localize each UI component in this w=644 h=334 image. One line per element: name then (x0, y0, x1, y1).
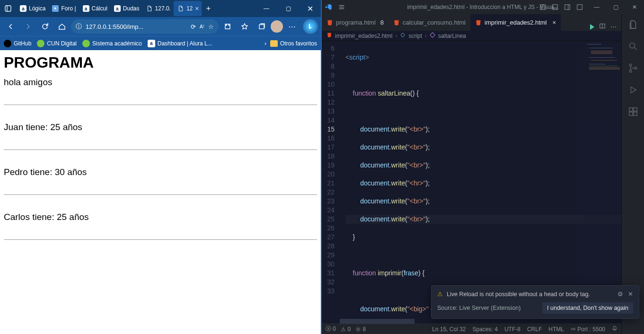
status-bar: ⓧ 0 ⚠ 0 8 Ln 15, Col 32 Spaces: 4 UTF-8 … (322, 324, 621, 334)
minimap[interactable] (583, 41, 621, 319)
notification-toast: ⚠ Live Reload is not possible without a … (431, 285, 639, 319)
crumb[interactable]: imprimir_edades2.html (335, 33, 392, 39)
tab-calcul[interactable]: aCálcul (79, 1, 110, 16)
browser-titlebar: aLógica ✦Foro | aCálcul aDudas 127.0. 12… (0, 0, 321, 17)
tab-actions-icon[interactable] (0, 0, 16, 17)
sync-icon[interactable]: ⟳ (191, 23, 196, 30)
close-button[interactable]: ✕ (625, 0, 644, 14)
search-icon[interactable] (626, 40, 640, 53)
live-server-port[interactable]: Port : 5500 (571, 326, 605, 333)
extensions-icon[interactable] (626, 105, 640, 118)
tab-label: Lógica (29, 5, 45, 12)
refresh-button[interactable] (37, 18, 53, 35)
run-button[interactable] (590, 24, 594, 30)
svg-rect-5 (577, 5, 582, 10)
crumb[interactable]: saltarLinea (438, 33, 466, 39)
read-aloud-icon[interactable]: A⁾ (200, 24, 204, 30)
explorer-icon[interactable] (626, 18, 640, 31)
tab-dudas[interactable]: aDudas (110, 1, 142, 16)
chevron-right-icon[interactable]: › (265, 40, 266, 47)
info-icon[interactable]: ⓘ (76, 22, 82, 31)
minimize-button[interactable]: — (587, 0, 606, 14)
layout-icon[interactable] (575, 2, 584, 12)
tab-logica[interactable]: aLógica (16, 1, 48, 16)
window-controls: — ▢ ✕ (587, 0, 644, 14)
warnings-count[interactable]: ⚠ 0 (341, 326, 351, 333)
bookmark-label: Dashboard | Alura L... (158, 40, 212, 47)
svg-point-9 (573, 328, 574, 330)
errors-count[interactable]: ⓧ 0 (326, 325, 336, 333)
layout-icon[interactable] (563, 2, 572, 12)
page-text: Juan tiene: 25 años (4, 122, 82, 132)
code-editor[interactable]: 6789101112131415161718192021222324252627… (322, 41, 621, 319)
page-content: PROGRAMA hola amigos Juan tiene: 25 años… (0, 50, 321, 334)
source-control-icon[interactable] (626, 62, 640, 75)
dismiss-button[interactable]: I understand, Don't show again (542, 302, 633, 314)
html-icon (326, 19, 333, 26)
menu-icon[interactable] (335, 4, 348, 10)
crumb[interactable]: script (408, 33, 422, 39)
tab-active[interactable]: 12× (174, 1, 202, 16)
address-bar[interactable]: ⓘ 127.0.0.1:5500/imp... ⟳ A⁾ ☆ (71, 19, 219, 34)
eol[interactable]: CRLF (527, 326, 542, 333)
bing-chat-icon[interactable] (303, 19, 318, 34)
more-button[interactable]: ⋯ (284, 18, 300, 35)
browser-toolbar: ⓘ 127.0.0.1:5500/imp... ⟳ A⁾ ☆ ⋯ (0, 17, 321, 36)
svg-rect-0 (5, 6, 11, 11)
split-editor-icon[interactable] (599, 23, 606, 31)
avatar[interactable] (271, 20, 283, 33)
breadcrumbs[interactable]: imprimir_edades2.html› script› saltarLin… (322, 31, 621, 41)
collections-icon[interactable] (254, 18, 270, 35)
bookmark-alura[interactable]: aDashboard | Alura L... (148, 40, 212, 47)
minimize-button[interactable]: — (256, 0, 277, 17)
bookmark-github[interactable]: GitHub (4, 40, 31, 47)
tab-label: programa.html (336, 19, 376, 26)
vscode-logo-icon[interactable] (322, 3, 335, 11)
svg-point-11 (629, 64, 632, 66)
new-tab-button[interactable]: + (202, 4, 215, 13)
layout-icon[interactable] (550, 2, 560, 12)
close-icon[interactable]: ✕ (628, 290, 633, 298)
tab-calcular[interactable]: calcular_consumo.html (388, 14, 470, 31)
cursor-pos[interactable]: Ln 15, Col 32 (432, 326, 466, 333)
favorite-icon[interactable]: ☆ (208, 23, 214, 30)
bookmarks-bar: GitHub CUN Digital Sistema académico aDa… (0, 36, 321, 50)
bookmark-label: CUN Digital (47, 40, 77, 47)
tab-127[interactable]: 127.0. (142, 1, 174, 16)
bookmark-otros[interactable]: Otros favoritos (270, 40, 317, 47)
notifications-icon[interactable] (612, 325, 618, 333)
svg-rect-7 (430, 33, 435, 38)
bookmark-label: Sistema académico (92, 40, 142, 47)
close-icon[interactable]: × (553, 19, 556, 26)
tab-foro[interactable]: ✦Foro | (48, 1, 79, 16)
maximize-button[interactable]: ▢ (606, 0, 625, 14)
forward-button[interactable] (20, 18, 36, 35)
gear-icon[interactable]: ⚙ (618, 290, 623, 298)
bookmark-sistema[interactable]: Sistema académico (82, 40, 142, 47)
extensions-icon[interactable] (220, 18, 236, 35)
bookmark-cun[interactable]: CUN Digital (37, 40, 77, 47)
ports-count[interactable]: 8 (355, 326, 366, 333)
svg-point-8 (357, 328, 360, 330)
layout-icon[interactable] (538, 2, 547, 12)
tab-label: imprimir_edades2.html (485, 19, 547, 26)
tab-imprimir[interactable]: imprimir_edades2.html× (470, 14, 561, 31)
tab-programa[interactable]: programa.html8 (322, 14, 388, 31)
close-icon[interactable]: × (195, 5, 199, 12)
maximize-button[interactable]: ▢ (277, 0, 299, 17)
language[interactable]: HTML (548, 326, 564, 333)
close-button[interactable]: ✕ (299, 0, 321, 17)
tab-label: 12 (186, 5, 193, 12)
indent[interactable]: Spaces: 4 (473, 326, 498, 333)
encoding[interactable]: UTF-8 (504, 326, 520, 333)
horizontal-scrollbar[interactable] (322, 319, 621, 324)
home-button[interactable] (54, 18, 70, 35)
run-debug-icon[interactable] (626, 83, 640, 97)
svg-rect-15 (633, 108, 636, 111)
back-button[interactable] (3, 18, 19, 35)
more-icon[interactable]: ⋯ (610, 23, 617, 30)
favorites-icon[interactable] (237, 18, 253, 35)
html-icon (393, 19, 400, 26)
bookmark-label: GitHub (14, 40, 31, 47)
tab-label: calcular_consumo.html (403, 19, 466, 26)
